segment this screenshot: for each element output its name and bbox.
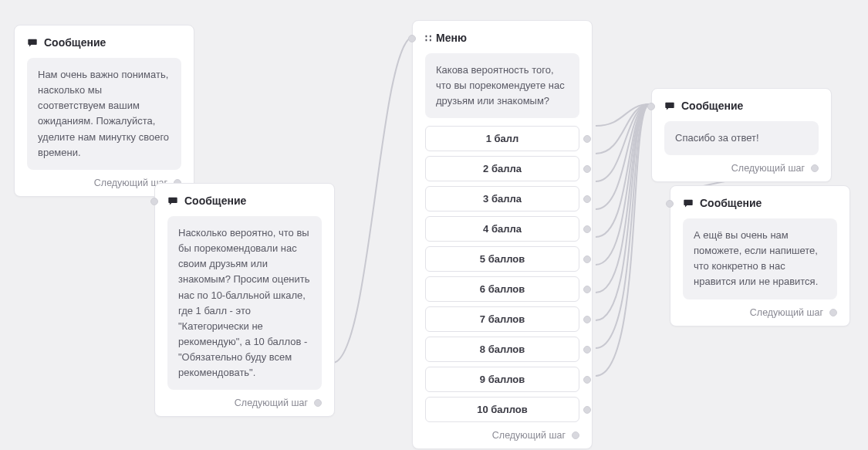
option-output-port[interactable] <box>583 316 591 323</box>
menu-option[interactable]: 5 баллов <box>425 246 579 272</box>
output-port[interactable] <box>314 399 322 407</box>
menu-options-list: 1 балл2 балла3 балла4 балла5 баллов6 бал… <box>425 126 579 422</box>
output-port[interactable] <box>829 309 837 316</box>
menu-option[interactable]: 6 баллов <box>425 276 579 302</box>
option-output-port[interactable] <box>583 286 591 293</box>
node-title: Сообщение <box>44 36 106 49</box>
message-icon <box>664 101 675 111</box>
message-icon <box>27 38 38 48</box>
option-output-port[interactable] <box>583 376 591 384</box>
node-title: Меню <box>436 32 467 44</box>
menu-option[interactable]: 1 балл <box>425 126 579 151</box>
message-body: А ещё вы очень нам поможете, если напише… <box>683 218 837 299</box>
next-step-label: Следующий шаг <box>492 430 566 441</box>
option-output-port[interactable] <box>583 255 591 263</box>
input-port[interactable] <box>150 198 158 205</box>
input-port[interactable] <box>666 200 674 208</box>
message-icon <box>167 196 178 206</box>
option-output-port[interactable] <box>583 135 591 143</box>
message-node-4[interactable]: Сообщение А ещё вы очень нам поможете, е… <box>670 185 850 327</box>
menu-option[interactable]: 7 баллов <box>425 306 579 332</box>
message-body: Нам очень важно понимать, насколько мы с… <box>27 58 181 170</box>
message-icon <box>683 198 694 208</box>
next-step-label: Следующий шаг <box>731 163 805 174</box>
next-step-row: Следующий шаг <box>425 430 579 441</box>
menu-option[interactable]: 2 балла <box>425 156 579 181</box>
message-node-1[interactable]: Сообщение Нам очень важно понимать, наск… <box>14 25 194 197</box>
option-output-port[interactable] <box>583 225 591 233</box>
node-header: Сообщение <box>167 195 322 207</box>
option-output-port[interactable] <box>583 346 591 354</box>
node-header: ∷ Меню <box>425 32 579 44</box>
next-step-label: Следующий шаг <box>235 398 308 408</box>
next-step-row: Следующий шаг <box>167 398 322 408</box>
menu-option[interactable]: 8 баллов <box>425 337 579 362</box>
menu-option[interactable]: 4 балла <box>425 216 579 242</box>
next-step-label: Следующий шаг <box>750 307 823 318</box>
node-title: Сообщение <box>184 195 246 207</box>
next-step-row: Следующий шаг <box>664 163 819 174</box>
message-node-2[interactable]: Сообщение Насколько вероятно, что вы бы … <box>154 183 335 417</box>
menu-option[interactable]: 10 баллов <box>425 397 579 422</box>
menu-option[interactable]: 3 балла <box>425 186 579 211</box>
grip-icon: ∷ <box>425 32 430 44</box>
menu-prompt: Какова вероятность того, что вы порекоме… <box>425 53 579 118</box>
next-step-row: Следующий шаг <box>683 307 837 318</box>
input-port[interactable] <box>647 103 655 110</box>
node-header: Сообщение <box>664 100 819 112</box>
option-output-port[interactable] <box>583 165 591 173</box>
node-title: Сообщение <box>681 100 743 112</box>
node-title: Сообщение <box>700 197 762 209</box>
input-port[interactable] <box>408 35 416 42</box>
message-body: Насколько вероятно, что вы бы порекоменд… <box>167 216 322 390</box>
menu-node[interactable]: ∷ Меню Какова вероятность того, что вы п… <box>412 20 593 449</box>
option-output-port[interactable] <box>583 195 591 203</box>
message-node-3[interactable]: Сообщение Спасибо за ответ! Следующий ша… <box>651 88 832 182</box>
menu-option[interactable]: 9 баллов <box>425 367 579 392</box>
node-header: Сообщение <box>27 36 181 49</box>
node-header: Сообщение <box>683 197 837 209</box>
option-output-port[interactable] <box>583 406 591 414</box>
message-body: Спасибо за ответ! <box>664 121 819 155</box>
output-port[interactable] <box>811 164 819 172</box>
output-port[interactable] <box>572 431 579 439</box>
